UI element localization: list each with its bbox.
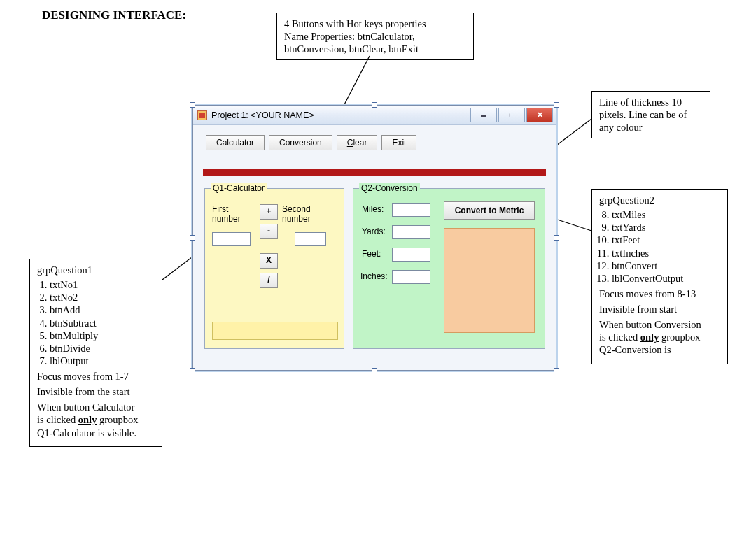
txtinches-input[interactable] — [392, 270, 430, 284]
groupbox-title: Q2-Conversion — [359, 183, 420, 193]
resize-handle[interactable] — [554, 235, 559, 241]
callout-only: only — [78, 414, 97, 425]
minimize-button[interactable] — [470, 108, 497, 122]
callout-title: grpQuestion2 — [599, 194, 654, 206]
resize-handle[interactable] — [554, 368, 559, 373]
callout-line: Line of thickness 10 — [599, 97, 682, 108]
callout-line: Name Properties: btnCalculator, — [284, 31, 415, 42]
txtfeet-input[interactable] — [392, 248, 430, 262]
callout-line: Q1-Calculator is visible. — [37, 427, 136, 438]
list-item: txtInches — [612, 247, 720, 259]
label-miles: Miles: — [362, 204, 384, 214]
clear-button[interactable]: Clear — [337, 135, 378, 150]
calculator-button[interactable]: Calculator — [206, 135, 265, 150]
callout-line: is clicked — [599, 331, 640, 343]
app-icon — [197, 110, 207, 120]
callout-only: only — [640, 331, 659, 343]
list-item: btnAdd — [50, 304, 155, 316]
add-button[interactable]: + — [260, 204, 278, 220]
callout-line: Focus moves from 1-7 — [37, 370, 155, 383]
label-feet: Feet: — [362, 249, 381, 259]
groupbox-title: Q1-Calculator — [211, 183, 267, 193]
callout-line: groupbox — [97, 414, 138, 425]
list-item: txtFeet — [612, 234, 720, 246]
callout-line: When button Conversion — [599, 319, 701, 330]
callout-line: Focus moves from 8-13 — [599, 287, 720, 300]
close-button[interactable] — [526, 108, 553, 122]
list-item: txtMiles — [612, 208, 720, 221]
list-item: lblConvertOutput — [612, 272, 720, 285]
label-first-number: First number — [212, 204, 241, 224]
callout-line: Q2-Conversion is — [599, 344, 671, 355]
callout-line: Invisible from start — [599, 303, 720, 315]
callout-line: pixels. Line can be of — [599, 109, 687, 120]
divider-line — [203, 169, 546, 176]
callout-line: is clicked — [37, 414, 78, 425]
lbloutput — [212, 322, 338, 340]
exit-button[interactable]: Exit — [382, 135, 416, 150]
list-item: txtYards — [612, 221, 720, 234]
callout-line: btnConversion, btnClear, btnExit — [284, 43, 419, 55]
resize-handle[interactable] — [190, 235, 195, 241]
page-heading: DESIGNING INTERFACE: — [42, 8, 186, 22]
callout-line: groupbox — [659, 331, 700, 343]
label-second-number: Second number — [282, 204, 311, 224]
list-item: btnDivide — [50, 342, 155, 355]
callout-grp1: grpQuestion1 txtNo1 txtNo2 btnAdd btnSub… — [29, 259, 162, 447]
titlebar[interactable]: Project 1: <YOUR NAME> — [193, 106, 556, 125]
list-item: btnConvert — [612, 259, 720, 272]
maximize-button[interactable] — [498, 108, 525, 122]
divide-button[interactable]: / — [260, 273, 278, 288]
callout-top-buttons: 4 Buttons with Hot keys properties Name … — [276, 13, 474, 60]
multiply-button[interactable]: X — [260, 253, 278, 269]
callout-grp2: grpQuestion2 txtMiles txtYards txtFeet t… — [592, 189, 728, 364]
label-inches: Inches: — [360, 271, 388, 281]
groupbox-calculator: Q1-Calculator First number Second number… — [204, 188, 344, 349]
convert-button[interactable]: Convert to Metric — [444, 201, 535, 220]
list-item: btnSubtract — [50, 317, 155, 329]
resize-handle[interactable] — [190, 368, 195, 373]
txtmiles-input[interactable] — [392, 203, 430, 217]
list-item: txtNo2 — [50, 291, 155, 304]
callout-red-line: Line of thickness 10 pixels. Line can be… — [592, 91, 710, 138]
txtyards-input[interactable] — [392, 225, 430, 239]
resize-handle[interactable] — [372, 368, 377, 373]
lblconvertoutput — [444, 228, 535, 333]
callout-line: When button Calculator — [37, 401, 134, 413]
label-yards: Yards: — [362, 227, 386, 236]
groupbox-conversion: Q2-Conversion Miles: Yards: Feet: Inches… — [353, 188, 545, 349]
list-item: btnMultiply — [50, 329, 155, 342]
subtract-button[interactable]: - — [260, 224, 278, 239]
callout-line: 4 Buttons with Hot keys properties — [284, 18, 426, 29]
conversion-button[interactable]: Conversion — [269, 135, 332, 150]
callout-line: any colour — [599, 122, 643, 133]
list-item: lblOutput — [50, 355, 155, 367]
callout-line: Invisible from the start — [37, 385, 155, 398]
txtno2-input[interactable] — [295, 232, 326, 246]
list-item: txtNo1 — [50, 278, 155, 291]
txtno1-input[interactable] — [212, 232, 251, 246]
resize-handle[interactable] — [554, 102, 559, 108]
window-title: Project 1: <YOUR NAME> — [211, 110, 469, 120]
callout-title: grpQuestion1 — [37, 264, 92, 276]
resize-handle[interactable] — [372, 102, 377, 108]
form-window: Project 1: <YOUR NAME> Calculator Conver… — [192, 105, 556, 371]
resize-handle[interactable] — [190, 102, 195, 108]
